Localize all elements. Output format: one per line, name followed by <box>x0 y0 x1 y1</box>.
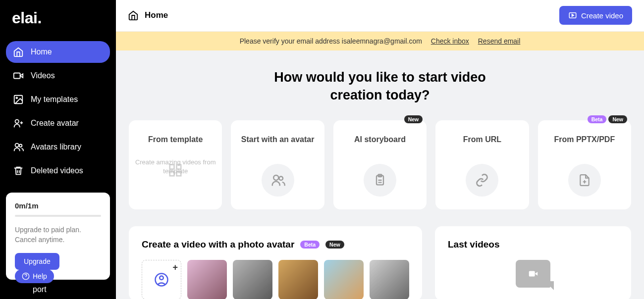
beta-badge: Beta <box>588 115 607 123</box>
file-icon <box>568 164 601 197</box>
home-icon <box>13 47 24 57</box>
nav-label: Create avatar <box>31 119 79 128</box>
link-icon <box>466 164 498 197</box>
heading: How would you like to start videocreatio… <box>129 68 631 104</box>
help-label: Help <box>33 272 47 280</box>
svg-point-18 <box>160 276 163 280</box>
nav-templates[interactable]: My templates <box>6 89 110 110</box>
nav-home[interactable]: Home <box>6 41 110 63</box>
content: How would you like to start videocreatio… <box>116 50 644 299</box>
svg-rect-0 <box>14 73 20 79</box>
svg-point-5 <box>19 145 22 148</box>
card-title: From template <box>148 134 203 156</box>
avatar-thumb[interactable] <box>278 260 318 299</box>
row2: Create a video with a photo avatar Beta … <box>129 226 631 299</box>
svg-point-4 <box>15 144 19 147</box>
image-icon <box>13 94 24 105</box>
card-title: Start with an avatar <box>241 134 315 156</box>
card-title: From PPTX/PDF <box>554 134 615 156</box>
add-avatar-button[interactable]: + <box>142 260 181 299</box>
svg-point-2 <box>16 97 17 99</box>
nav-label: Videos <box>31 71 55 80</box>
usage-bar <box>15 215 101 217</box>
users-icon <box>13 142 24 152</box>
card-pptx[interactable]: Beta New From PPTX/PDF <box>538 120 631 209</box>
svg-point-3 <box>15 120 19 123</box>
card-title: From URL <box>463 134 501 156</box>
help-button[interactable]: Help <box>15 269 54 283</box>
nav: Home Videos My templates Create avatar A… <box>6 41 110 182</box>
banner-msg: Please verify your email address isaleem… <box>240 37 422 45</box>
card-title: AI storyboard <box>354 134 406 156</box>
avatar-thumb[interactable] <box>187 260 227 299</box>
avatar-thumb[interactable] <box>233 260 272 299</box>
card-template[interactable]: From template Create amazing videos from… <box>129 120 222 209</box>
upgrade-text: Upgrade to paid plan. Cancel anytime. <box>15 225 101 245</box>
card-avatar[interactable]: Start with an avatar <box>231 120 324 209</box>
new-badge: New <box>404 115 423 123</box>
nav-deleted[interactable]: Deleted videos <box>6 160 110 182</box>
create-video-button[interactable]: Create video <box>559 6 632 25</box>
home-icon <box>128 10 139 21</box>
nav-label: port <box>33 285 47 294</box>
trash-icon <box>13 165 24 176</box>
nav-videos[interactable]: Videos <box>6 65 110 87</box>
plus-video-icon <box>568 11 577 20</box>
photo-avatar-panel: Create a video with a photo avatar Beta … <box>129 226 422 299</box>
plus-icon: + <box>172 262 178 273</box>
avatar-thumb[interactable] <box>324 260 364 299</box>
card-storyboard[interactable]: New AI storyboard <box>333 120 427 209</box>
avatar-list: + <box>142 260 409 299</box>
panel-title: Create a video with a photo avatar <box>142 239 294 250</box>
users-icon <box>262 164 294 197</box>
logo: elai. <box>12 9 110 27</box>
topbar: Home Create video <box>116 0 644 32</box>
usage-text: 0m/1m <box>15 201 101 210</box>
svg-rect-19 <box>529 271 535 276</box>
nav-label: Home <box>31 48 52 56</box>
help-icon <box>22 272 30 280</box>
video-icon <box>13 70 24 81</box>
sidebar: elai. Home Videos My templates Create av… <box>0 0 116 299</box>
upgrade-card: 0m/1m Upgrade to paid plan. Cancel anyti… <box>6 193 110 280</box>
page-title: Home <box>145 10 168 20</box>
nav-avatars-library[interactable]: Avatars library <box>6 136 110 158</box>
check-inbox-link[interactable]: Check inbox <box>431 37 469 45</box>
nav-label: My templates <box>31 95 78 104</box>
clipboard-icon <box>364 164 396 197</box>
upgrade-button[interactable]: Upgrade <box>15 253 59 270</box>
new-badge: New <box>325 241 344 249</box>
nav-create-avatar[interactable]: Create avatar <box>6 112 110 134</box>
main: Home Create video Please verify your ema… <box>116 0 644 299</box>
create-label: Create video <box>581 11 623 20</box>
start-cards: From template Create amazing videos from… <box>129 120 631 209</box>
empty-video-icon <box>516 260 550 288</box>
user-plus-icon <box>13 118 24 129</box>
panel-title: Last videos <box>448 239 618 250</box>
beta-badge: Beta <box>300 241 320 249</box>
breadcrumb: Home <box>128 10 168 21</box>
card-url[interactable]: From URL <box>435 120 529 209</box>
avatar-thumb[interactable] <box>370 260 409 299</box>
nav-label: Deleted videos <box>31 166 83 175</box>
verify-banner: Please verify your email address isaleem… <box>116 32 644 50</box>
svg-point-14 <box>279 176 283 180</box>
nav-label: Avatars library <box>31 143 81 151</box>
svg-point-13 <box>273 175 278 180</box>
new-badge: New <box>608 115 627 123</box>
card-sub: Create amazing videos from template <box>129 158 222 177</box>
last-videos-panel: Last videos <box>435 226 631 299</box>
resend-email-link[interactable]: Resend email <box>478 37 521 45</box>
